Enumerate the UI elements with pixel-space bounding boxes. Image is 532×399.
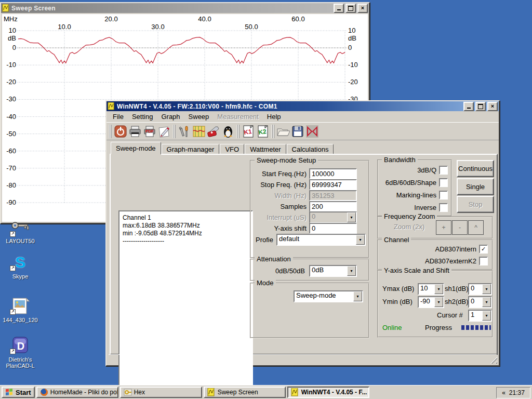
channel-info-line: Channel 1 xyxy=(123,214,252,222)
chevron-down-icon[interactable]: ▾ xyxy=(347,212,356,222)
zoom-out-button[interactable]: - xyxy=(452,220,468,235)
field-row: Width (Hz)351253 xyxy=(251,190,368,201)
toolbar: PDFK1K2 xyxy=(107,122,499,140)
y-axis-unit-label: dB xyxy=(348,34,356,42)
zoom-up-button[interactable]: ^ xyxy=(468,220,484,235)
axis-tick-label: -10 xyxy=(6,61,16,69)
field-input[interactable]: 69999347 xyxy=(309,179,357,190)
sh2-select[interactable]: 0▾ xyxy=(468,296,492,308)
minimize-icon[interactable] xyxy=(463,102,474,111)
online-status: Online xyxy=(382,324,402,331)
axis-tick-label: -50 xyxy=(6,130,16,138)
toolbar-grip[interactable] xyxy=(172,125,176,138)
sweep-titlebar[interactable]: Sweep Screen × xyxy=(1,3,369,13)
close-icon[interactable]: × xyxy=(487,102,498,111)
print-icon[interactable] xyxy=(128,124,142,139)
field-row: Y-axis shift0 xyxy=(251,223,368,234)
tab-graph-manager[interactable]: Graph-manager xyxy=(162,144,220,154)
checkbox[interactable] xyxy=(439,191,448,200)
status-bar xyxy=(109,354,497,363)
edit-icon[interactable] xyxy=(157,124,171,139)
stop-button[interactable]: Stop xyxy=(457,196,494,213)
continuous-button[interactable]: Continuous xyxy=(457,160,494,177)
app-icon xyxy=(291,388,299,396)
tools-icon[interactable] xyxy=(177,124,192,139)
attenuation-select[interactable]: 0dB▾ xyxy=(309,265,357,277)
power-icon[interactable] xyxy=(113,124,128,139)
maximize-icon[interactable] xyxy=(345,4,356,13)
taskbar-button-label: Sweep Screen xyxy=(218,389,258,396)
tab-wattmeter[interactable]: Wattmeter xyxy=(245,144,286,154)
field-row: Samples200 xyxy=(251,201,368,212)
minimize-icon[interactable] xyxy=(334,4,344,13)
desktop-icon-skype[interactable]: S↗Skype xyxy=(0,254,41,280)
menu-file[interactable]: File xyxy=(109,112,128,122)
mode-select[interactable]: Sweep-mode▾ xyxy=(294,290,363,302)
taskbar-button-hex[interactable]: Hex xyxy=(120,387,202,398)
desktop: Sweep Screen × MHz20.040.060.010.030.050… xyxy=(0,0,532,399)
clock: 21:37 xyxy=(509,389,525,396)
ymax-select[interactable]: 10▾ xyxy=(418,283,444,295)
hex-icon xyxy=(124,388,132,396)
tab-sweep-mode[interactable]: Sweep-mode xyxy=(111,142,161,154)
save-icon[interactable] xyxy=(290,124,305,139)
axis-tick-label: -80 xyxy=(6,181,16,189)
menu-graph[interactable]: Graph xyxy=(157,112,184,122)
group-legend: Frequency Zoom xyxy=(382,212,437,220)
toolbar-grip[interactable] xyxy=(109,125,112,138)
desktop-icon-dietrich-s-plancad-l[interactable]: D↗Dietrich's PlanCAD-L xyxy=(0,337,41,369)
checkbox[interactable] xyxy=(439,166,448,175)
desktop-icon-label: Dietrich's PlanCAD-L xyxy=(0,356,41,369)
knife-icon[interactable] xyxy=(206,124,221,139)
single-button[interactable]: Single xyxy=(457,178,494,195)
tray-chevron-icon[interactable]: « xyxy=(502,389,506,396)
checkbox[interactable] xyxy=(439,178,448,187)
menu-sweep[interactable]: Sweep xyxy=(184,112,214,122)
maximize-icon[interactable] xyxy=(475,102,486,111)
channel-info-list[interactable]: Channel 1max:6.18dB 38.386577MHzmin :-9.… xyxy=(118,210,253,399)
checkbox[interactable] xyxy=(439,203,448,212)
taskbar-button-winnwt4[interactable]: WinNWT4 - V.4.05 - F... xyxy=(287,387,369,398)
tab-calculations[interactable]: Calculations xyxy=(287,144,334,154)
svg-text:K2: K2 xyxy=(258,127,267,136)
shortcut-arrow-icon: ↗ xyxy=(10,265,16,271)
checkbox[interactable]: ✓ xyxy=(479,245,488,254)
sweep-mode-panel: Channel 1max:6.18dB 38.386577MHzmin :-9.… xyxy=(110,154,498,355)
taskbar-button-label: WinNWT4 - V.4.05 - F... xyxy=(301,389,367,396)
folder-icon[interactable] xyxy=(276,124,290,139)
taskbar-button-homemade[interactable]: HomeMade - Pliki do pobr... xyxy=(36,387,118,398)
tab-vfo[interactable]: VFO xyxy=(220,144,244,154)
sweep-window-title: Sweep Screen xyxy=(11,5,332,12)
winnwt4-titlebar[interactable]: WinNWT4 - V.4.05 - FW:2.110:V00 - hfm9.h… xyxy=(107,101,499,111)
winnwt4-window-title: WinNWT4 - V.4.05 - FW:2.110:V00 - hfm9.h… xyxy=(117,103,462,110)
menu-setting[interactable]: Setting xyxy=(128,112,157,122)
toolbar-grip[interactable] xyxy=(271,125,275,138)
field-input[interactable]: 100000 xyxy=(309,168,357,179)
print-pdf-icon[interactable]: PDF xyxy=(142,124,157,139)
profile-select[interactable]: default▾ xyxy=(276,234,366,246)
channel-group: Channel AD8307intern✓AD8307externK2 xyxy=(377,240,493,270)
tux-icon[interactable] xyxy=(221,124,235,139)
chevron-down-icon: ▾ xyxy=(353,291,362,301)
field-select[interactable]: 0▾ xyxy=(309,211,357,223)
toolbar-grip[interactable] xyxy=(236,125,240,138)
start-button[interactable]: Start xyxy=(2,387,35,398)
k2-icon[interactable]: K2 xyxy=(256,124,270,139)
desktop-icon-layout50[interactable]: ↗LAYOUT50 xyxy=(0,219,41,244)
k1-icon[interactable]: K1 xyxy=(241,124,256,139)
taskbar-button-sweep[interactable]: Sweep Screen xyxy=(204,387,286,398)
desktop-icon-144-430-120[interactable]: ↗144_430_120 xyxy=(0,297,41,323)
ymin-select[interactable]: -90▾ xyxy=(418,296,444,308)
checkbox[interactable] xyxy=(479,257,488,265)
sh1-select[interactable]: 0▾ xyxy=(468,283,492,295)
close-icon[interactable]: × xyxy=(357,4,368,13)
field-input[interactable]: 200 xyxy=(309,201,357,212)
field-input[interactable]: 0 xyxy=(309,223,357,234)
graph-icon[interactable] xyxy=(192,124,206,139)
cursor-select[interactable]: 1▾ xyxy=(468,310,492,322)
axis-tick-label: 30.0 xyxy=(151,23,164,31)
disconnect-icon[interactable] xyxy=(305,124,320,139)
menu-help[interactable]: Help xyxy=(263,112,285,122)
zoom-in-button[interactable]: + xyxy=(436,220,451,235)
menu-measurement[interactable]: Measurement xyxy=(213,112,262,122)
